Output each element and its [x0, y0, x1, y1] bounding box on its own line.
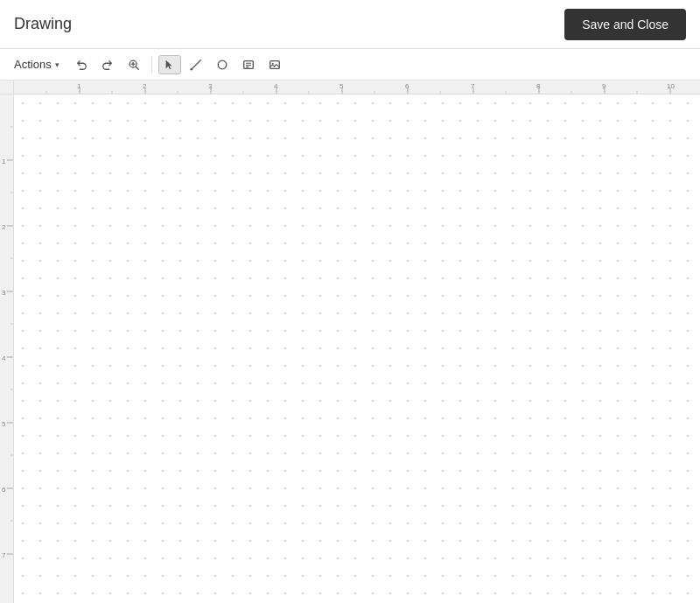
zoom-button[interactable] [122, 55, 145, 74]
redo-button[interactable] [96, 55, 119, 74]
textbox-icon [242, 59, 255, 71]
shape-tool-button[interactable] [211, 55, 234, 74]
ruler-top-svg: 1 2 3 4 5 6 7 8 9 10 [14, 81, 700, 95]
image-tool-button[interactable] [263, 55, 286, 74]
save-close-button[interactable]: Save and Close [564, 9, 686, 40]
zoom-icon [128, 59, 140, 71]
line-tool-button[interactable] [185, 55, 207, 74]
svg-text:6: 6 [405, 82, 410, 90]
ruler-top: 1 2 3 4 5 6 7 8 9 10 [14, 81, 700, 95]
actions-dropdown-button[interactable]: Actions ▾ [7, 54, 66, 74]
svg-text:5: 5 [2, 420, 6, 428]
image-icon [269, 59, 281, 71]
canvas-area[interactable]: 1 2 3 4 5 6 7 8 9 10 [0, 81, 700, 603]
textbox-tool-button[interactable] [237, 55, 260, 74]
svg-text:2: 2 [2, 223, 6, 231]
svg-text:1: 1 [77, 82, 81, 90]
svg-point-6 [190, 67, 192, 70]
svg-text:5: 5 [340, 82, 344, 90]
select-tool-button[interactable] [158, 55, 181, 74]
svg-text:3: 3 [2, 289, 6, 297]
line-icon [190, 59, 202, 71]
divider-1 [151, 56, 152, 74]
toolbar: Actions ▾ [0, 49, 700, 81]
svg-point-7 [218, 60, 227, 69]
svg-text:8: 8 [536, 82, 541, 90]
svg-text:9: 9 [602, 82, 606, 90]
svg-text:2: 2 [143, 82, 147, 90]
svg-text:3: 3 [208, 82, 213, 90]
page-title: Drawing [14, 15, 72, 33]
svg-point-13 [271, 62, 273, 64]
actions-label: Actions [14, 58, 52, 71]
svg-text:7: 7 [2, 551, 6, 559]
svg-text:6: 6 [2, 486, 6, 494]
shape-icon [216, 59, 228, 71]
svg-text:4: 4 [274, 82, 278, 90]
svg-text:1: 1 [2, 158, 6, 165]
svg-marker-4 [165, 60, 172, 69]
undo-button[interactable] [70, 55, 93, 74]
select-icon [164, 59, 176, 71]
ruler-left: 1 2 3 4 5 6 7 [0, 95, 14, 603]
undo-icon [75, 59, 88, 71]
svg-text:10: 10 [667, 82, 675, 90]
svg-line-5 [191, 60, 200, 69]
redo-icon [102, 59, 114, 71]
svg-line-1 [136, 67, 138, 69]
drawing-canvas[interactable] [14, 95, 700, 603]
svg-text:4: 4 [2, 354, 6, 362]
header: Drawing Save and Close [0, 0, 700, 49]
ruler-left-svg: 1 2 3 4 5 6 7 [0, 95, 14, 603]
svg-text:7: 7 [471, 82, 475, 90]
chevron-down-icon: ▾ [55, 60, 60, 69]
svg-rect-12 [270, 60, 279, 68]
ruler-corner [0, 81, 14, 95]
